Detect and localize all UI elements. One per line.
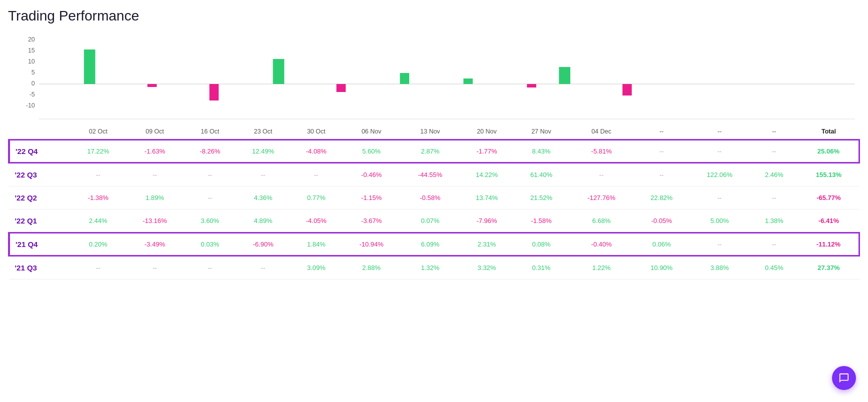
cell-value: 4.89% (236, 210, 290, 233)
cell-value: -6.41% (798, 210, 859, 233)
cell-value: 4.36% (236, 186, 290, 210)
bar-13nov (463, 78, 473, 84)
cell-value: -- (750, 186, 798, 210)
cell-value: -0.05% (634, 210, 689, 233)
bar-02oct (84, 50, 96, 84)
cell-value: -13.16% (126, 210, 184, 233)
page-title: Trading Performance (8, 8, 860, 24)
table-row: '22 Q2-1.38%1.89%--4.36%0.77%-1.15%-0.58… (9, 186, 860, 210)
col-header-dash2: -- (689, 124, 750, 140)
col-header-27nov: 27 Nov (514, 124, 568, 140)
col-header-16oct: 16 Oct (184, 124, 236, 140)
cell-value: -- (634, 140, 689, 163)
cell-value: 25.06% (798, 140, 859, 163)
cell-value: -- (71, 163, 126, 186)
cell-value: 122.06% (689, 163, 750, 186)
bar-27nov (559, 67, 570, 84)
cell-value: 1.32% (401, 256, 459, 280)
cell-value: 2.44% (71, 210, 126, 233)
col-header-06nov: 06 Nov (342, 124, 401, 140)
cell-value: -1.63% (126, 140, 184, 163)
svg-text:15: 15 (28, 47, 35, 54)
cell-value: -11.12% (798, 232, 859, 256)
cell-value: -127.76% (568, 186, 634, 210)
cell-value: 0.45% (750, 256, 798, 280)
cell-value: -1.58% (514, 210, 568, 233)
cell-value: -- (71, 256, 126, 280)
cell-value: -- (689, 232, 750, 256)
cell-value: 12.49% (236, 140, 290, 163)
cell-value: 27.37% (798, 256, 859, 280)
cell-value: -1.38% (71, 186, 126, 210)
cell-value: -5.81% (568, 140, 634, 163)
cell-value: 3.60% (184, 210, 236, 233)
header-row: 02 Oct 09 Oct 16 Oct 23 Oct 30 Oct 06 No… (9, 124, 860, 140)
col-header-total: Total (798, 124, 859, 140)
table-row: '22 Q3-----------0.46%-44.55%14.22%61.40… (9, 163, 860, 186)
row-label: '22 Q3 (9, 163, 71, 186)
cell-value: -8.26% (184, 140, 236, 163)
table-wrapper: 02 Oct 09 Oct 16 Oct 23 Oct 30 Oct 06 No… (8, 124, 860, 280)
cell-value: 2.46% (750, 163, 798, 186)
svg-text:10: 10 (28, 58, 35, 65)
cell-value: 3.32% (460, 256, 514, 280)
cell-value: 0.20% (71, 232, 126, 256)
bar-20nov (527, 84, 536, 88)
cell-value: -4.08% (290, 140, 342, 163)
cell-value: -- (184, 256, 236, 280)
svg-text:20: 20 (28, 36, 35, 43)
cell-value: 0.03% (184, 232, 236, 256)
svg-text:0: 0 (32, 80, 35, 87)
cell-value: 0.77% (290, 186, 342, 210)
cell-value: -- (126, 256, 184, 280)
cell-value: -0.46% (342, 163, 401, 186)
cell-value: 13.74% (460, 186, 514, 210)
cell-value: 0.07% (401, 210, 459, 233)
table-row: '22 Q417.22%-1.63%-8.26%12.49%-4.08%5.60… (9, 140, 860, 163)
svg-text:-5: -5 (30, 91, 35, 98)
cell-value: -- (750, 140, 798, 163)
row-label: '21 Q4 (9, 232, 71, 256)
cell-value: -6.90% (236, 232, 290, 256)
row-label: '22 Q2 (9, 186, 71, 210)
col-header-20nov: 20 Nov (460, 124, 514, 140)
cell-value: 14.22% (460, 163, 514, 186)
cell-value: -0.40% (568, 232, 634, 256)
table-header: 02 Oct 09 Oct 16 Oct 23 Oct 30 Oct 06 No… (9, 124, 860, 140)
cell-value: 10.90% (634, 256, 689, 280)
cell-value: -- (634, 163, 689, 186)
col-header-04dec: 04 Dec (568, 124, 634, 140)
cell-value: -0.58% (401, 186, 459, 210)
cell-value: 2.88% (342, 256, 401, 280)
cell-value: -- (236, 256, 290, 280)
cell-value: 1.84% (290, 232, 342, 256)
cell-value: -- (290, 163, 342, 186)
bar-chart: 20 15 10 5 0 -5 -10 (8, 34, 860, 124)
cell-value: 0.31% (514, 256, 568, 280)
cell-value: 22.82% (634, 186, 689, 210)
cell-value: 2.31% (460, 232, 514, 256)
cell-value: -1.15% (342, 186, 401, 210)
cell-value: -- (236, 163, 290, 186)
cell-value: -3.49% (126, 232, 184, 256)
cell-value: 0.06% (634, 232, 689, 256)
bar-30oct (336, 84, 346, 92)
svg-text:5: 5 (32, 69, 35, 76)
row-label: '21 Q3 (9, 256, 71, 280)
table-body: '22 Q417.22%-1.63%-8.26%12.49%-4.08%5.60… (9, 140, 860, 280)
row-label: '22 Q4 (9, 140, 71, 163)
cell-value: 17.22% (71, 140, 126, 163)
col-header-30oct: 30 Oct (290, 124, 342, 140)
cell-value: 1.89% (126, 186, 184, 210)
cell-value: -- (689, 186, 750, 210)
cell-value: 8.43% (514, 140, 568, 163)
cell-value: 61.40% (514, 163, 568, 186)
cell-value: -3.67% (342, 210, 401, 233)
cell-value: 155.13% (798, 163, 859, 186)
cell-value: 6.68% (568, 210, 634, 233)
cell-value: 5.00% (689, 210, 750, 233)
cell-value: -65.77% (798, 186, 859, 210)
chart-container: 20 15 10 5 0 -5 -10 (8, 34, 860, 124)
cell-value: 6.09% (401, 232, 459, 256)
cell-value: -- (689, 140, 750, 163)
